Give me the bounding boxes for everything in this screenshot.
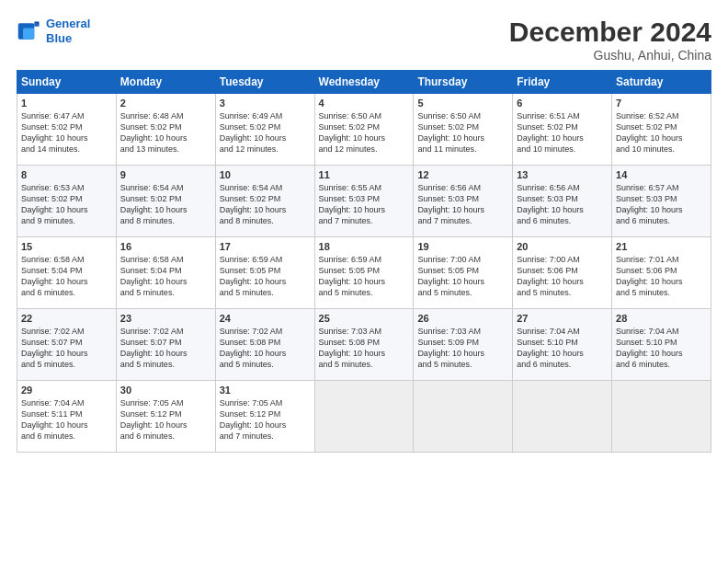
calendar-cell: 17Sunrise: 6:59 AM Sunset: 5:05 PM Dayli…: [215, 237, 314, 309]
cell-info: Sunrise: 7:05 AM Sunset: 5:12 PM Dayligh…: [220, 397, 311, 442]
calendar-cell: 2Sunrise: 6:48 AM Sunset: 5:02 PM Daylig…: [116, 94, 215, 166]
calendar-cell: 16Sunrise: 6:58 AM Sunset: 5:04 PM Dayli…: [116, 237, 215, 309]
calendar-cell: 19Sunrise: 7:00 AM Sunset: 5:05 PM Dayli…: [414, 237, 513, 309]
cell-info: Sunrise: 6:47 AM Sunset: 5:02 PM Dayligh…: [21, 110, 112, 155]
day-number: 3: [220, 98, 311, 109]
day-number: 18: [319, 241, 410, 252]
calendar-week-row: 29Sunrise: 7:04 AM Sunset: 5:11 PM Dayli…: [17, 381, 711, 453]
calendar-cell: 21Sunrise: 7:01 AM Sunset: 5:06 PM Dayli…: [612, 237, 711, 309]
calendar-cell: [612, 381, 711, 453]
calendar-day-header: Saturday: [612, 71, 711, 94]
calendar-cell: 31Sunrise: 7:05 AM Sunset: 5:12 PM Dayli…: [215, 381, 314, 453]
day-number: 16: [120, 241, 211, 252]
calendar-cell: 28Sunrise: 7:04 AM Sunset: 5:10 PM Dayli…: [612, 309, 711, 381]
cell-info: Sunrise: 6:59 AM Sunset: 5:05 PM Dayligh…: [319, 254, 410, 299]
cell-info: Sunrise: 7:00 AM Sunset: 5:06 PM Dayligh…: [517, 254, 608, 299]
day-number: 19: [417, 241, 508, 252]
calendar-cell: 1Sunrise: 6:47 AM Sunset: 5:02 PM Daylig…: [17, 94, 117, 166]
day-number: 6: [517, 98, 608, 109]
calendar-cell: 10Sunrise: 6:54 AM Sunset: 5:02 PM Dayli…: [215, 166, 314, 237]
calendar-week-row: 8Sunrise: 6:53 AM Sunset: 5:02 PM Daylig…: [17, 166, 711, 237]
calendar-cell: 13Sunrise: 6:56 AM Sunset: 5:03 PM Dayli…: [513, 166, 612, 237]
calendar-cell: 14Sunrise: 6:57 AM Sunset: 5:03 PM Dayli…: [612, 166, 711, 237]
day-number: 22: [21, 313, 112, 324]
calendar-cell: 29Sunrise: 7:04 AM Sunset: 5:11 PM Dayli…: [17, 381, 117, 453]
day-number: 17: [220, 241, 311, 252]
day-number: 27: [517, 313, 608, 324]
day-number: 23: [120, 313, 211, 324]
day-number: 12: [417, 169, 508, 180]
cell-info: Sunrise: 6:56 AM Sunset: 5:03 PM Dayligh…: [417, 182, 508, 227]
calendar-day-header: Wednesday: [314, 71, 414, 94]
calendar-day-header: Friday: [513, 71, 612, 94]
cell-info: Sunrise: 6:58 AM Sunset: 5:04 PM Dayligh…: [21, 254, 112, 299]
calendar-week-row: 1Sunrise: 6:47 AM Sunset: 5:02 PM Daylig…: [17, 94, 711, 166]
cell-info: Sunrise: 7:02 AM Sunset: 5:07 PM Dayligh…: [120, 326, 211, 371]
calendar-day-header: Thursday: [414, 71, 513, 94]
calendar-day-header: Sunday: [17, 71, 117, 94]
cell-info: Sunrise: 6:55 AM Sunset: 5:03 PM Dayligh…: [319, 182, 410, 227]
calendar-cell: 22Sunrise: 7:02 AM Sunset: 5:07 PM Dayli…: [17, 309, 117, 381]
day-number: 2: [120, 98, 211, 109]
svg-rect-1: [23, 28, 34, 39]
calendar-day-header: Monday: [116, 71, 215, 94]
header: General Blue December 2024 Gushu, Anhui,…: [17, 17, 711, 63]
cell-info: Sunrise: 7:03 AM Sunset: 5:09 PM Dayligh…: [417, 326, 508, 371]
calendar-cell: 6Sunrise: 6:51 AM Sunset: 5:02 PM Daylig…: [513, 94, 612, 166]
cell-info: Sunrise: 6:51 AM Sunset: 5:02 PM Dayligh…: [517, 110, 608, 155]
calendar-cell: 11Sunrise: 6:55 AM Sunset: 5:03 PM Dayli…: [314, 166, 414, 237]
calendar-cell: 18Sunrise: 6:59 AM Sunset: 5:05 PM Dayli…: [314, 237, 414, 309]
calendar-cell: [414, 381, 513, 453]
cell-info: Sunrise: 7:01 AM Sunset: 5:06 PM Dayligh…: [616, 254, 707, 299]
calendar-cell: 25Sunrise: 7:03 AM Sunset: 5:08 PM Dayli…: [314, 309, 414, 381]
cell-info: Sunrise: 7:04 AM Sunset: 5:10 PM Dayligh…: [616, 326, 707, 371]
day-number: 31: [220, 385, 311, 396]
day-number: 10: [220, 169, 311, 180]
calendar: SundayMondayTuesdayWednesdayThursdayFrid…: [17, 70, 711, 453]
logo-icon: [17, 18, 42, 44]
day-number: 21: [616, 241, 707, 252]
day-number: 4: [319, 98, 410, 109]
cell-info: Sunrise: 6:56 AM Sunset: 5:03 PM Dayligh…: [517, 182, 608, 227]
calendar-cell: 20Sunrise: 7:00 AM Sunset: 5:06 PM Dayli…: [513, 237, 612, 309]
cell-info: Sunrise: 6:57 AM Sunset: 5:03 PM Dayligh…: [616, 182, 707, 227]
cell-info: Sunrise: 6:50 AM Sunset: 5:02 PM Dayligh…: [417, 110, 508, 155]
cell-info: Sunrise: 7:02 AM Sunset: 5:08 PM Dayligh…: [220, 326, 311, 371]
calendar-cell: 26Sunrise: 7:03 AM Sunset: 5:09 PM Dayli…: [414, 309, 513, 381]
calendar-header-row: SundayMondayTuesdayWednesdayThursdayFrid…: [17, 71, 711, 94]
cell-info: Sunrise: 7:03 AM Sunset: 5:08 PM Dayligh…: [319, 326, 410, 371]
month-title: December 2024: [509, 17, 711, 48]
day-number: 7: [616, 98, 707, 109]
calendar-cell: [314, 381, 414, 453]
calendar-cell: 15Sunrise: 6:58 AM Sunset: 5:04 PM Dayli…: [17, 237, 117, 309]
calendar-week-row: 22Sunrise: 7:02 AM Sunset: 5:07 PM Dayli…: [17, 309, 711, 381]
cell-info: Sunrise: 6:54 AM Sunset: 5:02 PM Dayligh…: [120, 182, 211, 227]
calendar-cell: 12Sunrise: 6:56 AM Sunset: 5:03 PM Dayli…: [414, 166, 513, 237]
calendar-cell: [513, 381, 612, 453]
logo: General Blue: [17, 17, 90, 45]
cell-info: Sunrise: 6:49 AM Sunset: 5:02 PM Dayligh…: [220, 110, 311, 155]
day-number: 5: [417, 98, 508, 109]
calendar-cell: 24Sunrise: 7:02 AM Sunset: 5:08 PM Dayli…: [215, 309, 314, 381]
calendar-cell: 7Sunrise: 6:52 AM Sunset: 5:02 PM Daylig…: [612, 94, 711, 166]
cell-info: Sunrise: 7:05 AM Sunset: 5:12 PM Dayligh…: [120, 397, 211, 442]
cell-info: Sunrise: 6:58 AM Sunset: 5:04 PM Dayligh…: [120, 254, 211, 299]
location: Gushu, Anhui, China: [509, 48, 711, 63]
calendar-cell: 5Sunrise: 6:50 AM Sunset: 5:02 PM Daylig…: [414, 94, 513, 166]
calendar-cell: 23Sunrise: 7:02 AM Sunset: 5:07 PM Dayli…: [116, 309, 215, 381]
calendar-cell: 3Sunrise: 6:49 AM Sunset: 5:02 PM Daylig…: [215, 94, 314, 166]
cell-info: Sunrise: 6:59 AM Sunset: 5:05 PM Dayligh…: [220, 254, 311, 299]
cell-info: Sunrise: 7:04 AM Sunset: 5:11 PM Dayligh…: [21, 397, 112, 442]
day-number: 20: [517, 241, 608, 252]
day-number: 25: [319, 313, 410, 324]
day-number: 14: [616, 169, 707, 180]
day-number: 1: [21, 98, 112, 109]
day-number: 26: [417, 313, 508, 324]
day-number: 29: [21, 385, 112, 396]
calendar-cell: 8Sunrise: 6:53 AM Sunset: 5:02 PM Daylig…: [17, 166, 117, 237]
logo-line1: General: [46, 17, 90, 30]
cell-info: Sunrise: 6:52 AM Sunset: 5:02 PM Dayligh…: [616, 110, 707, 155]
day-number: 30: [120, 385, 211, 396]
calendar-cell: 9Sunrise: 6:54 AM Sunset: 5:02 PM Daylig…: [116, 166, 215, 237]
cell-info: Sunrise: 6:48 AM Sunset: 5:02 PM Dayligh…: [120, 110, 211, 155]
